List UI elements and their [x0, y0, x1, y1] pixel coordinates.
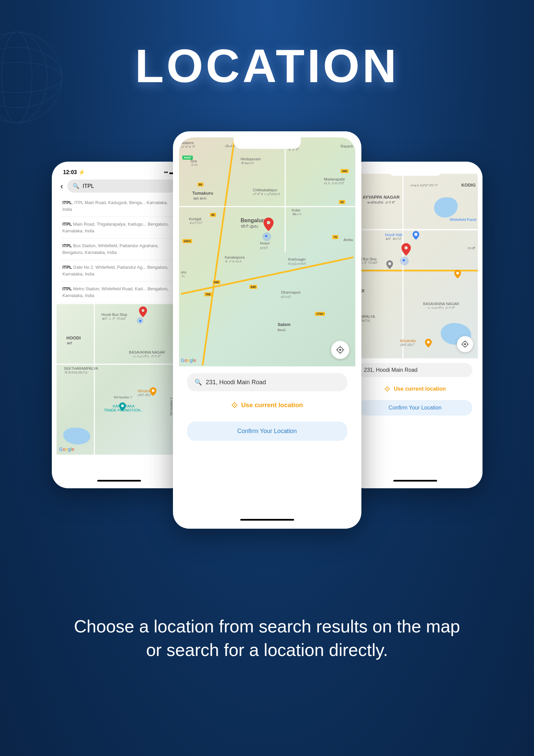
- map-label: Kunigalಕುಣಿಗಲ್: [189, 217, 203, 225]
- locate-me-button[interactable]: [457, 336, 473, 352]
- route-badge: 48: [210, 213, 216, 217]
- back-button[interactable]: ‹: [61, 182, 63, 191]
- search-result[interactable]: ITPL, ITPL Main Road, Kadugodi, Benga...…: [61, 195, 178, 217]
- map-label: Hoodi Bus Stopಹೂಡಿ ಬಸ್ ಸ್ಟಾಪ್: [101, 313, 127, 321]
- map-label: allakereಚಿಕ್ಕಗೆ: [181, 141, 195, 149]
- route-badge: 179A: [315, 312, 325, 316]
- map-label: Whitefield Panel: [450, 218, 476, 222]
- phone-right: ಅಮೃತಹಳ್ಳಿ ಲೇರಿಸ್ KODIG AYYAPPA NAGARಅಯ್ಯ…: [348, 162, 483, 488]
- map-label: Ambu: [344, 238, 353, 242]
- map-label: Kolarಕೋಲಾರ: [292, 208, 302, 216]
- map-label: Rd Number 5: [170, 397, 173, 416]
- map-label: Hindupuramಹಿಂದೂಪುರಂ: [241, 157, 261, 165]
- map-label: ಅಮೃತಹಳ್ಳಿ ಲೇರಿಸ್: [410, 184, 438, 187]
- map-label: Madanapalleಮದನಪಲ್ಲೆ: [324, 177, 345, 185]
- search-box[interactable]: 🔍: [67, 179, 178, 193]
- search-result[interactable]: ITPL Bus Station, Whitefield, Pattandur …: [61, 238, 178, 260]
- svg-rect-7: [415, 233, 417, 236]
- use-current-location-button[interactable]: Use current location: [358, 382, 472, 396]
- confirm-location-button[interactable]: Confirm Your Location: [187, 422, 347, 441]
- home-indicator: [240, 519, 294, 521]
- svg-point-10: [427, 341, 430, 343]
- globe-decoration: [0, 27, 67, 128]
- home-indicator: [97, 480, 141, 482]
- route-badge: 42: [339, 200, 345, 204]
- map-label: AYYAPPA NAGARಅಯ್ಯಪ್ಪ ನಗರ್: [362, 195, 399, 205]
- map-pin-icon: [263, 218, 274, 231]
- svg-point-4: [0, 32, 47, 123]
- svg-point-0: [0, 32, 62, 123]
- current-location-dot: [137, 317, 143, 324]
- poi-icon: [119, 402, 126, 411]
- search-pill[interactable]: 231, Hoodi Main Road: [358, 363, 472, 377]
- map-label: Windmillsವಿಂಡ್ ಮಿಲ್: [400, 339, 416, 347]
- search-text: 231, Hoodi Main Road: [206, 379, 266, 386]
- route-badge: 150A: [182, 239, 192, 243]
- use-current-label: Use current location: [394, 386, 446, 392]
- search-results-list: ITPL, ITPL Main Road, Kadugodi, Benga...…: [57, 195, 182, 303]
- locate-me-button[interactable]: [331, 341, 349, 359]
- map-label: Hoodi Haltಹೂಡಿ ಹಾಲ್ಟ್: [385, 233, 402, 241]
- svg-point-3: [2, 32, 32, 123]
- svg-point-18: [387, 389, 388, 390]
- status-time: 12:03 ⚡: [63, 169, 85, 175]
- search-pill[interactable]: 🔍 231, Hoodi Main Road: [187, 373, 347, 391]
- map-label: Rd Number 7: [114, 396, 132, 399]
- phone-center: AH47 allakereಚಿಕ್ಕಗೆ ಪಾವಗಡ Kadiriಕದಿರಿ R…: [173, 131, 361, 529]
- poi-icon: [425, 339, 432, 348]
- phone-left: 12:03 ⚡ •• ▬ ‹ 🔍 ITPL, ITPL Main Road, K…: [52, 162, 186, 488]
- svg-point-1: [0, 62, 62, 93]
- poi-icon: [413, 231, 419, 240]
- map-label: Dharmapuriதர்மபுரி: [281, 290, 300, 299]
- map-label: HOODIಹೂಡಿ: [66, 335, 81, 346]
- route-badge: 948: [249, 285, 257, 289]
- map-label: SEETHARAMPALYAಸೀತಾರಾಮಪಾಲ್ಯ: [64, 366, 98, 374]
- map-label: Kanakapuraಕನಕಪುರ: [225, 255, 245, 263]
- map-view[interactable]: Hoodi Bus Stopಹೂಡಿ ಬಸ್ ಸ್ಟಾಪ್ HOODIಹೂಡಿ …: [57, 303, 182, 455]
- map-label: Siraಸಿರಾ: [190, 159, 198, 167]
- map-label: BASAVANNA NAGARಬಸವಣ್ಣ ನಗರ್: [423, 302, 459, 310]
- map-label: Chikkaballapurಚಿಕ್ಕಬಳ್ಳಾಪುರ: [253, 188, 281, 196]
- svg-point-12: [464, 343, 466, 345]
- svg-point-8: [388, 262, 391, 265]
- search-input[interactable]: [83, 183, 172, 189]
- map-pin-icon: [139, 306, 147, 317]
- map-pin-icon: [401, 243, 411, 256]
- svg-point-30: [234, 404, 235, 405]
- google-logo: Google: [59, 447, 74, 452]
- phones-container: 12:03 ⚡ •• ▬ ‹ 🔍 ITPL, ITPL Main Road, K…: [32, 131, 503, 529]
- map-label: Rayach: [341, 144, 353, 148]
- search-result[interactable]: ITPL Metro Station, Whitefield Road, Kad…: [61, 282, 178, 303]
- search-icon: 🔍: [73, 183, 79, 189]
- svg-point-24: [339, 349, 341, 351]
- page-title: LOCATION: [135, 39, 399, 93]
- svg-point-6: [121, 404, 124, 407]
- map-label: Tumakuruತುಮಕೂರು: [192, 191, 213, 201]
- route-badge: 69: [198, 183, 204, 187]
- poi-icon: [150, 387, 156, 396]
- use-current-location-button[interactable]: Use current location: [187, 396, 347, 414]
- google-logo: Google: [181, 358, 196, 363]
- map-label: ಆಯ್: [468, 246, 475, 250]
- subtitle: Choose a location from search results on…: [65, 615, 469, 662]
- home-indicator: [393, 480, 437, 482]
- search-icon: 🔍: [194, 379, 202, 386]
- current-location-dot: [262, 232, 271, 241]
- search-result[interactable]: ITPL Main Road, Thigalarapalya, Kadugo..…: [61, 217, 178, 238]
- map-label: uruರು: [181, 270, 186, 278]
- map-label: BASAVANNA NAGARಬಸವಣ್ಣ ನಗರ್: [129, 350, 165, 358]
- search-result[interactable]: ITPL Gate No 2, Whitefield, Pattandur Ag…: [61, 260, 178, 282]
- route-badge: 75: [332, 235, 338, 239]
- route-badge: 766: [204, 292, 212, 296]
- map-view[interactable]: AH47 allakereಚಿಕ್ಕಗೆ ಪಾವಗಡ Kadiriಕದಿರಿ R…: [179, 137, 355, 366]
- map-view[interactable]: ಅಮೃತಹಳ್ಳಿ ಲೇರಿಸ್ KODIG AYYAPPA NAGARಅಯ್ಯ…: [353, 174, 478, 358]
- locate-icon: [384, 386, 390, 392]
- map-label: Hosurஓசூர்: [260, 241, 270, 250]
- confirm-location-button[interactable]: Confirm Your Location: [358, 400, 472, 416]
- poi-icon: [386, 260, 393, 269]
- svg-point-5: [152, 389, 154, 392]
- map-label: Krishnagiriகிருஷ்ணகிரி: [288, 257, 306, 266]
- poi-icon: [454, 270, 461, 278]
- map-label: KODIG: [461, 183, 476, 188]
- route-badge: 340: [341, 169, 348, 173]
